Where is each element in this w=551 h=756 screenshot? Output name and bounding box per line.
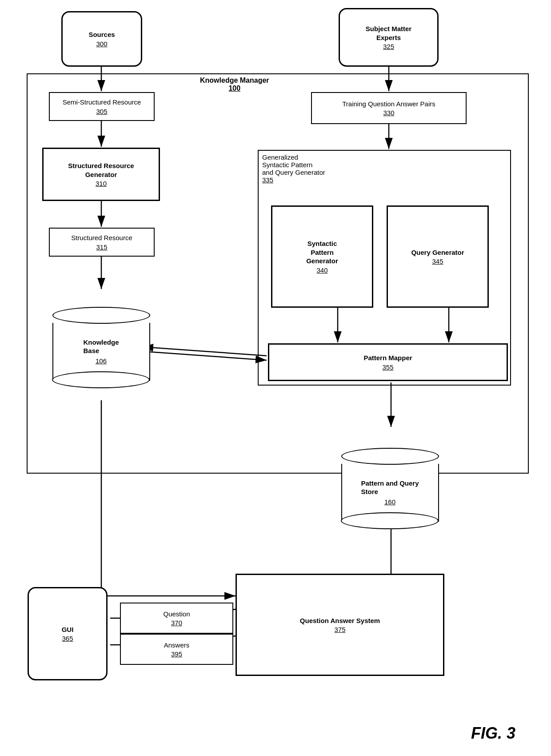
figure-label: FIG. 3 (471, 724, 515, 743)
question-node: Question 370 (120, 603, 233, 634)
knowledge-manager-label: Knowledge Manager 100 (200, 76, 269, 92)
sme-node: Subject Matter Experts 325 (339, 8, 439, 67)
gui-node: GUI 365 (28, 587, 108, 680)
diagram-area: Knowledge Manager 100 Sources 300 Subjec… (0, 0, 551, 756)
pqs-node: Pattern and Query Store 160 (331, 428, 449, 541)
srg-node: Structured Resource Generator 310 (42, 148, 160, 201)
spg-node: Syntactic Pattern Generator 340 (271, 205, 373, 308)
knowledge-base-node: Knowledge Base 106 (42, 287, 160, 400)
gspqg-label: GeneralizedSyntactic Patternand Query Ge… (262, 153, 325, 184)
pm-node: Pattern Mapper 355 (268, 343, 508, 381)
sources-node: Sources 300 (61, 11, 142, 67)
structured-resource-node: Structured Resource 315 (49, 228, 155, 257)
answers-node: Answers 395 (120, 634, 233, 665)
tqap-node: Training Question Answer Pairs 330 (311, 92, 467, 124)
semi-structured-node: Semi-Structured Resource 305 (49, 92, 155, 121)
qg-node: Query Generator 345 (387, 205, 489, 308)
qas-node: Question Answer System 375 (236, 574, 444, 676)
